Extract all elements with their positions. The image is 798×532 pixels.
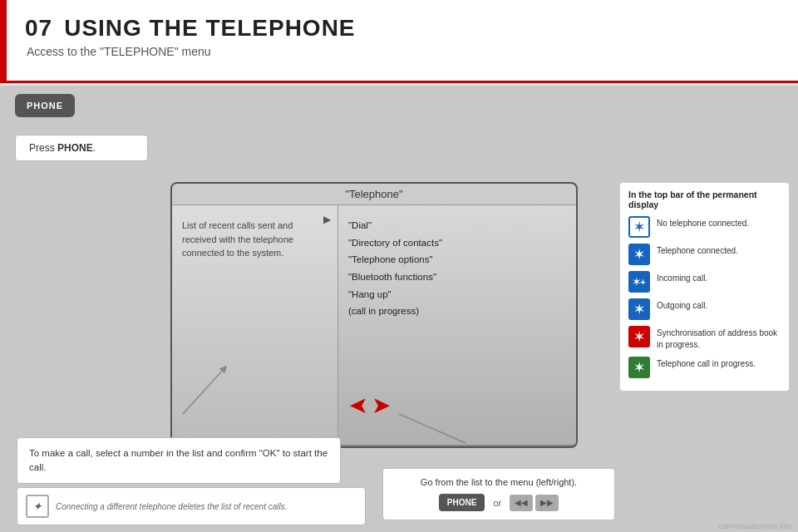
incoming-call-label: Incoming call.: [657, 271, 707, 284]
phone-button-label: PHONE: [27, 101, 63, 111]
press-label: Press: [29, 142, 57, 154]
next-button[interactable]: ▶▶: [535, 495, 559, 511]
sync-icon: ✶: [628, 326, 650, 347]
icon-row-phone-connected: ✶ Telephone connected.: [628, 244, 781, 265]
call-instruction-text: To make a call, select a number in the l…: [29, 448, 328, 472]
page-subtitle: Access to the "TELEPHONE" menu: [27, 45, 773, 58]
icon-row-call-progress: ✶ Telephone call in progress.: [628, 357, 781, 378]
chapter-number: 07: [25, 15, 52, 42]
tip-box: ✦ Connecting a different telephone delet…: [17, 487, 366, 525]
page-header: 07 USING THE TELEPHONE Access to the "TE…: [0, 0, 798, 83]
screen-list-text: List of recent calls sent and received w…: [182, 220, 293, 258]
icon-row-sync: ✶ Synchronisation of address book in pro…: [628, 326, 781, 351]
prev-next-buttons: ◀◀ ▶▶: [510, 495, 559, 511]
no-phone-icon: ✶: [628, 216, 650, 238]
menu-item-hangup[interactable]: "Hang up": [348, 286, 566, 303]
or-label: or: [493, 498, 501, 508]
right-panel-title: In the top bar of the permanent display: [628, 190, 781, 209]
scroll-arrow-icon: ▶: [323, 212, 331, 227]
no-phone-label: No telephone connected.: [657, 216, 749, 229]
icon-row-outgoing: ✶ Outgoing call.: [628, 298, 781, 320]
press-period: .: [93, 142, 96, 154]
phone-connected-label: Telephone connected.: [657, 244, 738, 257]
outgoing-call-icon: ✶: [628, 298, 650, 320]
press-phone-instruction: Press PHONE.: [15, 135, 148, 161]
watermark: carmanualsonline.info: [718, 522, 791, 530]
incoming-call-icon: ✶+: [628, 271, 650, 293]
phone-label-bold: PHONE: [57, 142, 93, 154]
prev-button[interactable]: ◀◀: [510, 495, 533, 511]
menu-item-directory[interactable]: "Directory of contacts": [348, 234, 566, 252]
header-accent: [0, 0, 7, 81]
permanent-display-panel: In the top bar of the permanent display …: [619, 182, 790, 392]
lightbulb-icon: ✦: [26, 495, 49, 518]
phone-button[interactable]: PHONE: [15, 94, 75, 117]
menu-item-options[interactable]: "Telephone options": [348, 251, 566, 268]
screen-title: "Telephone": [172, 184, 576, 205]
navigation-instruction-text: Go from the list to the menu (left/right…: [395, 477, 603, 487]
main-content: PHONE ➤ Press PHONE. "Telephone" ▶ List …: [0, 86, 798, 532]
sync-label: Synchronisation of address book in progr…: [657, 326, 781, 351]
phone-nav-button[interactable]: PHONE: [439, 494, 485, 511]
red-arrow-left-icon: ➤: [349, 392, 368, 419]
phone-connected-icon: ✶: [628, 244, 650, 265]
tip-text: Connecting a different telephone deletes…: [56, 502, 288, 511]
icon-row-incoming: ✶+ Incoming call.: [628, 271, 781, 293]
menu-item-progress: (call in progress): [348, 303, 566, 320]
page-title: USING THE TELEPHONE: [64, 15, 355, 42]
call-instruction-box: To make a call, select a number in the l…: [17, 437, 341, 485]
menu-item-bluetooth[interactable]: "Bluetooth functions": [348, 268, 566, 286]
red-arrow-right-icon: ➤: [372, 392, 391, 419]
menu-item-dial[interactable]: "Dial": [348, 217, 566, 234]
call-progress-icon: ✶: [628, 357, 650, 378]
icon-row-no-phone: ✶ No telephone connected.: [628, 216, 781, 238]
call-progress-label: Telephone call in progress.: [657, 357, 756, 370]
navigation-arrows: ➤ ➤: [349, 392, 391, 419]
screen-list-panel: ▶ List of recent calls sent and received…: [172, 205, 338, 445]
navigation-instruction-box: Go from the list to the menu (left/right…: [382, 468, 615, 520]
outgoing-call-label: Outgoing call.: [657, 298, 707, 312]
